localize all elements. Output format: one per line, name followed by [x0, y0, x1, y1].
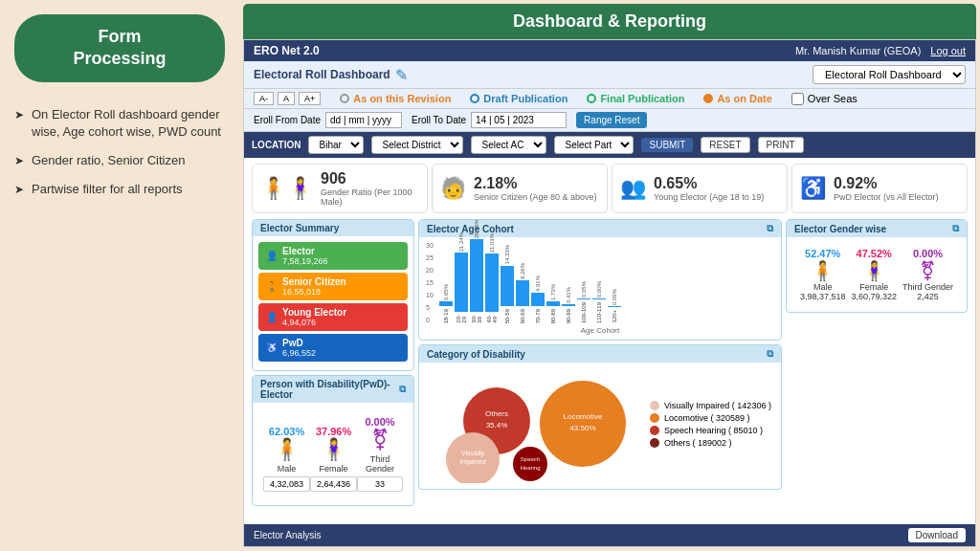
gender-male-label: Male	[800, 282, 846, 292]
gender-third-pct: 0.00%	[902, 248, 953, 259]
pwd-icons: ♿	[800, 176, 826, 201]
pwd-third-count: 33	[357, 476, 403, 492]
edit-icon[interactable]: ✎	[395, 66, 408, 84]
bar-rect	[592, 298, 606, 299]
pwd-third-label: Third Gender	[357, 454, 403, 474]
bar-age-label: 110-119	[596, 302, 602, 323]
erd-dropdown[interactable]: Electoral Roll Dashboard	[813, 65, 966, 84]
erd-bar: Electoral Roll Dashboard ✎ Electoral Rol…	[244, 61, 975, 89]
radio-label-draft: Draft Publication	[483, 93, 568, 104]
radio-as-on-revision[interactable]: As on this Revision	[340, 93, 451, 104]
bar-pct-label: 21.24%	[458, 232, 464, 252]
elector-analysis-title: Elector Analysis	[254, 530, 322, 540]
bar-group: 4.91%70-79	[531, 242, 545, 323]
radio-dot-final	[587, 94, 596, 103]
young-elector-icon: 👤	[266, 312, 278, 322]
young-count: 4,94,076	[282, 318, 346, 327]
print-btn[interactable]: PRINT	[758, 137, 804, 153]
bubble-chart: Others 35.4% Locomotive 43.50% Visually …	[425, 368, 645, 483]
content-grid: Elector Summary 👤 Elector 7,58,19,266 🚶	[244, 219, 975, 524]
speech-bubble	[513, 447, 547, 481]
bar-age-label: 20-29	[456, 315, 467, 323]
bar-age-label: 90-99	[566, 309, 571, 323]
bar-rect	[608, 306, 621, 307]
y-5: 5	[426, 304, 441, 311]
district-select[interactable]: Select District	[371, 136, 463, 154]
pwd-elector-panel: Person with Disability(PwD)-Elector ⧉ 62…	[252, 375, 414, 506]
disability-legend: Visually Impaired ( 142306 ) Locomotive …	[650, 401, 771, 451]
pwd-summary-icon: ♿	[266, 342, 278, 353]
reset-btn[interactable]: RESET	[701, 137, 749, 153]
logout-link[interactable]: Log out	[930, 45, 966, 56]
bar-rect	[501, 266, 514, 306]
gender-female-count: 3,60,79,322	[851, 292, 897, 301]
senior-icons: 🧓	[440, 176, 466, 201]
form-processing-line2: Processing	[73, 49, 166, 68]
range-reset-btn[interactable]: Range Reset	[576, 112, 647, 128]
over-seas-checkbox[interactable]	[791, 93, 804, 105]
bar-age-label: 18-19	[443, 309, 449, 323]
visually-label: Visually	[461, 450, 484, 457]
submit-btn[interactable]: SUBMIT	[641, 138, 693, 152]
state-select[interactable]: Bihar	[308, 136, 364, 154]
dashboard-container: ERO Net 2.0 Mr. Manish Kumar (GEOA) Log …	[243, 39, 976, 547]
disability-category-panel: Category of Disability ⧉ Others 35.4%	[418, 344, 782, 490]
legend-locomotive: Locomotive ( 320589 )	[650, 413, 771, 423]
gender-male-icon: 🧍	[800, 259, 846, 282]
radio-label-revision: As on this Revision	[353, 93, 451, 104]
pwd-third: 0.00% ⚧ Third Gender 33	[357, 416, 403, 492]
y-axis: 30 25 20 15 10 5 0	[426, 242, 441, 323]
pwd-male-figure: 🧍	[263, 437, 310, 462]
stat-young-elector: 👥 0.65% Young Elector (Age 18 to 19)	[612, 164, 788, 213]
elector-item-elector: 👤 Elector 7,58,19,266	[258, 242, 408, 270]
part-select[interactable]: Select Part	[554, 136, 634, 154]
font-decrease-btn[interactable]: A-	[254, 92, 274, 105]
pwd-third-figure: ⚧	[357, 428, 403, 452]
pwd-female: 37.96% 🧍‍♀️ Female 2,64,436	[310, 426, 357, 492]
disability-expand-icon[interactable]: ⧉	[767, 348, 773, 360]
senior-citizen-icon: 🚶	[266, 281, 278, 292]
elector-summary-title: Elector Summary	[260, 223, 339, 233]
font-size-controls: A- A A+	[254, 92, 321, 105]
age-expand-icon[interactable]: ⧉	[767, 223, 773, 234]
gender-expand-icon[interactable]: ⧉	[952, 223, 959, 234]
gender-third-icon: ⚧	[902, 259, 953, 282]
font-normal-btn[interactable]: A	[278, 92, 295, 105]
ac-select[interactable]: Select AC	[471, 136, 546, 154]
legend-others: Others ( 189002 )	[650, 438, 771, 448]
gender-ratio-icons: 🧍 🧍‍♀️	[260, 176, 313, 201]
bar-rect	[546, 301, 560, 306]
y-30: 30	[426, 242, 441, 249]
elector-icon: 👤	[266, 251, 278, 261]
pwd-female-figure: 🧍‍♀️	[310, 437, 357, 462]
pwd-expand-icon[interactable]: ⧉	[399, 384, 406, 395]
radio-as-on-date[interactable]: As on Date	[703, 93, 771, 104]
bar-rect	[455, 253, 468, 312]
font-increase-btn[interactable]: A+	[299, 92, 321, 105]
gender-ratio-value: 906	[321, 170, 419, 187]
bar-group: 0.00%110-119	[592, 242, 606, 323]
download-btn[interactable]: Download	[908, 528, 966, 542]
to-date-input[interactable]	[471, 112, 567, 128]
young-icons: 👥	[620, 176, 646, 201]
legend-dot-others	[650, 438, 659, 448]
from-date-input[interactable]	[325, 112, 402, 128]
bar-chart: 0.65%18-1921.24%20-2926.38%30-3921.03%40…	[439, 242, 776, 323]
senior-label: Senior Citizen (Age 80 & above)	[474, 192, 597, 202]
radio-final[interactable]: Final Publication	[587, 93, 684, 104]
over-seas-option[interactable]: Over Seas	[791, 93, 858, 105]
x-axis-label: Age Cohort	[424, 326, 776, 335]
user-info: Mr. Manish Kumar (GEOA) Log out	[795, 45, 966, 56]
bar-rect	[516, 280, 529, 306]
bar-rect	[470, 239, 483, 312]
radio-dot-revision	[340, 94, 349, 103]
locomotive-label: Locomotive	[564, 412, 603, 421]
bar-pct-label: 0.41%	[566, 287, 571, 303]
elector-item-pwd: ♿ PwD 6,96,552	[258, 334, 408, 362]
pwd-elector-title: Person with Disability(PwD)-Elector	[260, 379, 399, 400]
y-25: 25	[426, 254, 441, 261]
speech-label: Speech	[521, 456, 540, 462]
radio-draft[interactable]: Draft Publication	[470, 93, 568, 104]
middle-column: Elector Age Cohort ⧉ 30 25 20 15 10 5	[418, 219, 782, 518]
bar-age-label: 50-59	[504, 309, 510, 323]
